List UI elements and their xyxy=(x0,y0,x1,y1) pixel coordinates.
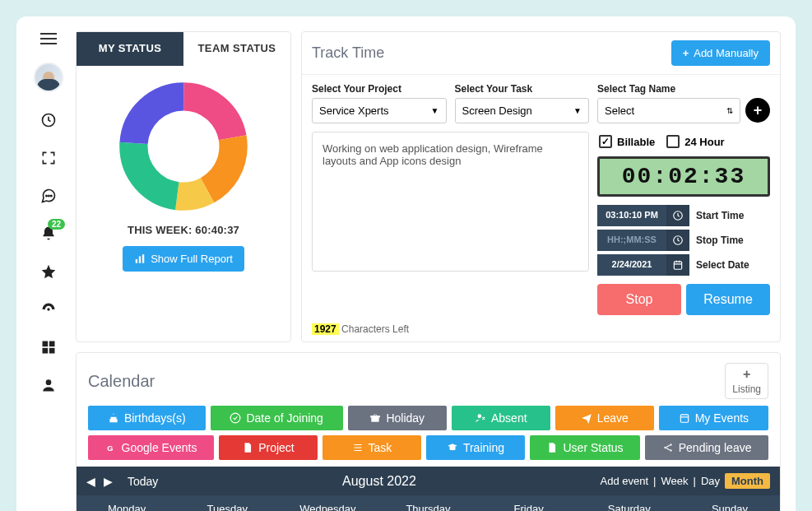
category-date-of-joining[interactable]: Date of Joining xyxy=(211,406,343,430)
today-button[interactable]: Today xyxy=(128,475,158,488)
add-manually-button[interactable]: + Add Manually xyxy=(671,40,770,66)
dow-header: Monday xyxy=(77,495,177,511)
description-textarea[interactable]: Working on web application design, Wiref… xyxy=(312,132,589,272)
dow-header: Tuesday xyxy=(177,495,277,511)
show-report-button[interactable]: Show Full Report xyxy=(123,246,244,272)
svg-rect-22 xyxy=(372,417,379,422)
cake-icon xyxy=(108,412,119,424)
stop-time-value[interactable]: HH:;MM:SS xyxy=(597,230,666,251)
svg-rect-17 xyxy=(142,254,144,263)
svg-rect-16 xyxy=(139,256,141,262)
project-label: Select Your Project xyxy=(312,83,447,95)
date-value[interactable]: 2/24/2021 xyxy=(597,254,666,276)
file-icon xyxy=(242,442,253,453)
check-icon xyxy=(230,412,241,424)
dashboard-icon[interactable] xyxy=(39,300,58,319)
start-time-value[interactable]: 03:10:10 PM xyxy=(597,205,666,226)
share-icon xyxy=(662,442,674,453)
category-google-events[interactable]: GGoogle Events xyxy=(88,435,214,460)
fullscreen-icon[interactable] xyxy=(39,148,58,168)
svg-point-2 xyxy=(49,195,49,196)
calendar-icon xyxy=(666,254,689,276)
category-absent[interactable]: Absent xyxy=(452,406,550,430)
g-icon: G xyxy=(105,442,117,453)
bell-icon[interactable]: 22 xyxy=(39,224,58,244)
resume-button[interactable]: Resume xyxy=(686,284,770,315)
status-card: MY STATUS TEAM STATUS THIS WEEK: 60:40 xyxy=(76,31,291,342)
plus-icon: + xyxy=(683,47,689,59)
calendar-title: Calendar xyxy=(88,372,155,391)
svg-rect-23 xyxy=(371,416,381,417)
date-label: Select Date xyxy=(689,254,770,276)
category-my-events[interactable]: My Events xyxy=(659,406,768,430)
user-icon[interactable] xyxy=(39,375,58,395)
plane-icon xyxy=(581,412,592,424)
svg-rect-7 xyxy=(43,348,49,354)
track-time-card: Track Time + Add Manually Select Your Pr… xyxy=(301,31,781,342)
dow-header: Sunday xyxy=(680,495,780,511)
apps-icon[interactable] xyxy=(39,337,58,357)
project-select[interactable]: Service Xperts▼ xyxy=(312,98,447,123)
category-leave[interactable]: Leave xyxy=(555,406,654,430)
list-icon xyxy=(352,442,364,453)
view-week[interactable]: Week xyxy=(661,475,689,487)
category-birthdays-s-[interactable]: Birthdays(s) xyxy=(88,406,206,430)
svg-rect-8 xyxy=(49,348,55,354)
category-training[interactable]: Training xyxy=(426,435,525,460)
caret-down-icon: ▼ xyxy=(573,106,582,115)
tag-label: Select Tag Name xyxy=(597,83,740,95)
category-task[interactable]: Task xyxy=(322,435,421,460)
next-month-button[interactable]: ▶ xyxy=(104,475,113,488)
svg-point-28 xyxy=(670,444,671,445)
timer-display: 00:02:33 xyxy=(597,156,770,197)
svg-point-9 xyxy=(46,379,52,385)
track-time-title: Track Time xyxy=(312,44,384,62)
sidebar: 22 xyxy=(31,31,66,511)
add-event-button[interactable]: Add event xyxy=(601,475,649,487)
chat-icon[interactable] xyxy=(39,186,58,206)
bar-chart-icon xyxy=(134,253,146,265)
tab-team-status[interactable]: TEAM STATUS xyxy=(183,32,290,66)
svg-rect-25 xyxy=(680,415,688,422)
start-time-label: Start Time xyxy=(689,205,770,226)
clock-icon xyxy=(666,205,689,226)
category-user-status[interactable]: User Status xyxy=(530,435,640,460)
listing-button[interactable]: + Listing xyxy=(725,363,768,399)
plus-icon: + xyxy=(743,367,750,382)
notification-badge: 22 xyxy=(48,219,65,230)
svg-rect-15 xyxy=(136,259,137,263)
clock-icon xyxy=(666,230,689,251)
stop-time-label: Stop Time xyxy=(689,230,770,251)
dow-header: Friday xyxy=(479,495,579,511)
prev-month-button[interactable]: ◀ xyxy=(86,475,95,488)
svg-text:G: G xyxy=(107,444,113,453)
category-holiday[interactable]: Holiday xyxy=(348,406,447,430)
characters-left: 1927 Characters Left xyxy=(302,320,780,341)
stop-button[interactable]: Stop xyxy=(597,284,681,315)
task-select[interactable]: Screen Design▼ xyxy=(455,98,590,123)
tab-my-status[interactable]: MY STATUS xyxy=(77,32,183,66)
svg-rect-6 xyxy=(49,341,55,347)
tag-select[interactable]: Select⇅ xyxy=(597,98,740,123)
category-pending-leave[interactable]: Pending leave xyxy=(645,435,768,460)
view-day[interactable]: Day xyxy=(701,475,720,487)
svg-point-21 xyxy=(231,413,241,423)
cal-icon xyxy=(679,412,690,424)
gift-icon xyxy=(369,412,381,424)
svg-point-3 xyxy=(51,195,52,196)
svg-point-24 xyxy=(477,414,481,418)
24hour-checkbox[interactable]: 24 Hour xyxy=(666,135,724,148)
category-project[interactable]: Project xyxy=(219,435,318,460)
svg-point-4 xyxy=(47,308,49,310)
svg-point-29 xyxy=(670,449,671,451)
view-month[interactable]: Month xyxy=(725,473,770,489)
hamburger-icon[interactable] xyxy=(40,33,57,44)
add-tag-button[interactable]: + xyxy=(745,98,770,123)
avatar[interactable] xyxy=(34,63,63,92)
clock-icon[interactable] xyxy=(39,110,58,130)
star-icon[interactable] xyxy=(39,262,58,281)
billable-checkbox[interactable]: ✓Billable xyxy=(599,135,655,148)
svg-point-1 xyxy=(46,195,47,196)
task-label: Select Your Task xyxy=(455,83,590,95)
month-label: August 2022 xyxy=(158,474,600,489)
